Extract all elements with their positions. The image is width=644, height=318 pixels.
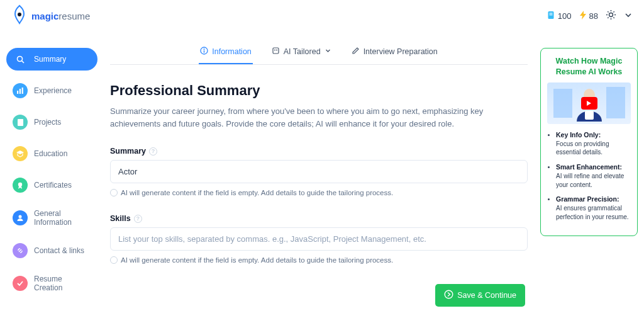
svg-line-6 [21,60,24,63]
svg-rect-10 [18,119,23,126]
brand-text: magicresume [31,11,90,21]
edit-icon [352,47,360,57]
main-panel: Information AI Tailored Interview Prepar… [105,31,533,318]
sidebar: Summary Experience Projects Education Ce… [6,31,97,318]
tab-information[interactable]: Information [199,42,253,64]
sidebar-item-projects[interactable]: Projects [6,111,97,133]
svg-rect-8 [19,89,21,94]
svg-rect-3 [549,14,552,15]
svg-point-17 [274,50,275,51]
sidebar-item-education[interactable]: Education [6,142,97,165]
content: Professional Summary Summarize your care… [110,65,528,276]
summary-input[interactable] [110,160,528,183]
aside-tip: Smart Enhancement:AI will refine and ele… [556,162,631,189]
chevron-down-icon[interactable] [624,11,633,21]
tabs: Information AI Tailored Interview Prepar… [110,42,528,65]
document-icon [13,115,28,130]
logo-icon [11,4,28,27]
page-subtitle: Summarize your career journey, from wher… [110,105,525,130]
energy-stat[interactable]: 88 [579,11,598,21]
sidebar-item-label: Contact & links [34,246,84,255]
svg-point-0 [18,13,21,16]
skills-input[interactable] [110,227,528,251]
check-icon [13,276,28,291]
bolt-icon [579,11,587,21]
ai-icon [272,47,280,57]
aside-tip: Key Info Only:Focus on providing essenti… [556,130,631,157]
header-right: 100 88 [547,9,633,22]
credits-stat[interactable]: 100 [547,11,572,21]
svg-point-11 [18,183,22,186]
search-icon [13,52,28,67]
summary-label: Summary ? [110,147,528,156]
aside-title: Watch How Magic Resume AI Works [547,56,631,77]
aside-tip: Grammar Precision:AI ensures grammatical… [556,195,631,221]
sidebar-item-label: Education [34,149,67,158]
sidebar-item-certificates[interactable]: Certificates [6,174,97,196]
skills-field-group: Skills ? AI will generate content if the… [110,214,528,264]
svg-rect-9 [22,88,23,94]
aside-tips-list: Key Info Only:Focus on providing essenti… [556,130,631,222]
svg-point-19 [445,290,453,298]
save-continue-button[interactable]: Save & Continue [435,284,525,307]
svg-point-12 [19,215,22,219]
sidebar-item-summary[interactable]: Summary [6,48,97,71]
sidebar-item-label: Experience [34,86,72,95]
svg-rect-20 [553,89,572,118]
help-icon[interactable]: ? [149,147,157,156]
svg-rect-15 [204,50,204,53]
user-icon [13,210,28,225]
hint-icon [110,189,118,196]
header: magicresume 100 88 [0,0,644,31]
skills-label: Skills ? [110,214,528,223]
svg-rect-2 [549,13,552,13]
sidebar-item-label: Projects [34,118,61,127]
summary-hint: AI will generate content if the field is… [110,189,528,196]
graduation-icon [13,146,28,161]
aside: Watch How Magic Resume AI Works Key Info… [540,31,638,318]
svg-point-14 [204,48,205,50]
skills-hint: AI will generate content if the field is… [110,256,528,264]
svg-point-5 [17,56,22,61]
page-title: Professional Summary [110,82,528,99]
sidebar-item-label: General Information [34,209,91,227]
chart-icon [13,83,28,98]
svg-point-4 [609,13,613,17]
sidebar-item-contact[interactable]: Contact & links [6,239,97,262]
sidebar-item-label: Resume Creation [34,275,91,292]
video-thumbnail[interactable] [547,82,631,124]
badge-icon [13,178,28,193]
arrow-right-circle-icon [444,290,453,301]
gear-icon[interactable] [606,9,616,22]
document-icon [547,11,555,21]
tab-ai-tailored[interactable]: AI Tailored [270,42,333,64]
play-icon [581,97,597,110]
link-icon [13,243,28,258]
svg-point-18 [276,50,277,51]
sidebar-item-resume-creation[interactable]: Resume Creation [6,271,97,296]
sidebar-item-label: Summary [34,55,66,64]
footer: Save & Continue [110,276,528,318]
tab-interview-prep[interactable]: Interview Preparation [350,42,439,64]
aside-box: Watch How Magic Resume AI Works Key Info… [540,48,638,236]
sidebar-item-experience[interactable]: Experience [6,79,97,102]
svg-rect-23 [585,111,594,120]
sidebar-item-general-info[interactable]: General Information [6,205,97,230]
hint-icon [110,256,118,264]
svg-rect-21 [606,87,625,118]
info-icon [200,47,208,57]
help-icon[interactable]: ? [134,215,142,223]
sidebar-item-label: Certificates [34,181,72,190]
svg-rect-7 [17,91,18,94]
chevron-down-icon [325,47,331,56]
summary-field-group: Summary ? AI will generate content if th… [110,147,528,196]
logo[interactable]: magicresume [11,4,90,27]
svg-rect-16 [273,48,279,54]
